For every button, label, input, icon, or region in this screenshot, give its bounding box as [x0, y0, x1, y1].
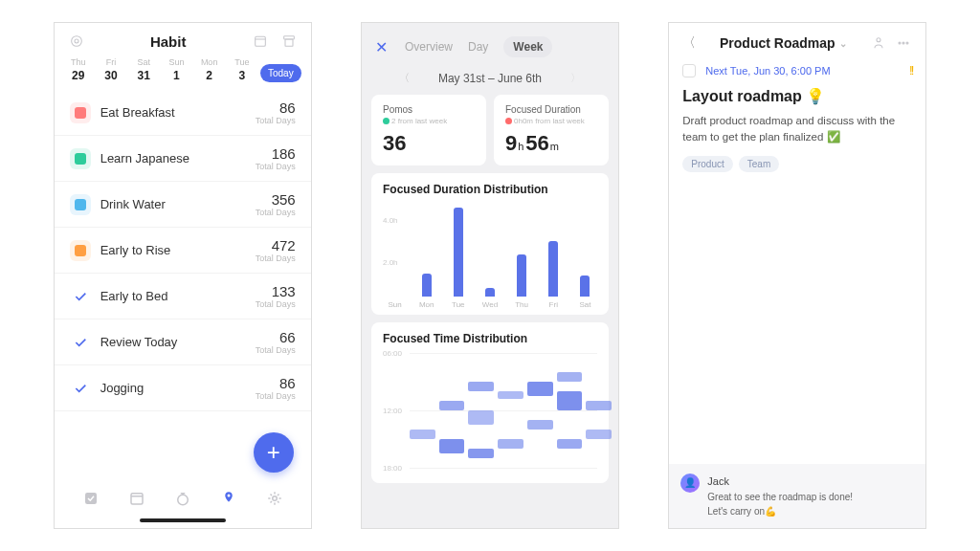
tag[interactable]: Product [682, 156, 732, 172]
time-label: 12:00 [383, 407, 402, 415]
target-icon[interactable] [68, 33, 85, 50]
list-title[interactable]: Product Roadmap ⌄ [703, 35, 862, 51]
habit-title: Early to Rise [100, 243, 256, 257]
habit-count: 356Total Days [256, 191, 296, 217]
due-date[interactable]: Next Tue, Jun 30, 6:00 PM [705, 65, 900, 77]
check-icon [70, 332, 91, 353]
day-column[interactable]: Tue3 [228, 57, 256, 82]
task-detail-screen: 〈 Product Roadmap ⌄ Next Tue, Jun 30, 6:… [668, 22, 926, 529]
habit-row[interactable]: Review Today 66Total Days [55, 320, 311, 365]
range-label: May 31st – June 6th [438, 72, 542, 85]
tab-settings-icon[interactable] [266, 490, 283, 511]
day-column[interactable]: Mon2 [195, 57, 224, 82]
add-habit-button[interactable]: + [254, 432, 294, 473]
habit-row[interactable]: Early to Bed 133Total Days [55, 274, 311, 320]
svg-point-9 [272, 496, 277, 501]
range-tab[interactable]: Overview [405, 40, 453, 54]
svg-rect-6 [131, 494, 143, 504]
avatar: 👤 [680, 474, 700, 493]
tab-habit-icon[interactable] [220, 490, 237, 511]
heat-cell [498, 439, 523, 449]
bar-column: Fri [544, 241, 564, 309]
svg-rect-2 [255, 36, 265, 46]
habit-icon [70, 194, 91, 215]
card-delta: 0h0m from last week [505, 117, 597, 125]
heat-cell [586, 430, 612, 439]
bar-column: Thu [512, 254, 532, 309]
delta-down-icon [505, 118, 512, 124]
week-row: Thu29Fri30Sat31Sun1Mon2Tue3Today [55, 55, 311, 90]
svg-point-8 [227, 495, 230, 497]
tab-tasks-icon[interactable] [82, 490, 100, 511]
habit-title: Early to Bed [100, 289, 256, 303]
habit-row[interactable]: Drink Water 356Total Days [55, 182, 311, 228]
task-meta: Next Tue, Jun 30, 6:00 PM !! [669, 59, 925, 87]
stats-header: ✕ OverviewDayWeek [362, 23, 618, 67]
duration-card: Focused Duration 0h0m from last week 9h5… [494, 95, 609, 165]
heat-cell [557, 391, 583, 410]
prev-range-button[interactable]: 〈 [399, 71, 410, 85]
svg-point-1 [75, 39, 78, 43]
today-button[interactable]: Today [260, 64, 301, 82]
habit-row[interactable]: Jogging 86Total Days [55, 365, 311, 411]
time-label: 06:00 [383, 349, 402, 358]
day-column[interactable]: Fri30 [97, 57, 125, 82]
chart-title: Focused Duration Distribution [383, 183, 597, 196]
task-checkbox[interactable] [682, 64, 696, 77]
calendar-icon[interactable] [252, 33, 269, 50]
range-tab[interactable]: Week [503, 36, 552, 57]
priority-flag[interactable]: !! [909, 63, 912, 77]
heat-cell [439, 401, 465, 410]
svg-point-13 [906, 42, 908, 44]
tab-calendar-icon[interactable] [128, 490, 145, 511]
bar-chart: 4.0h 2.0h SunMonTueWedThuFriSat [383, 204, 597, 309]
range-tab[interactable]: Day [468, 40, 488, 54]
duration-distribution-card: Focused Duration Distribution 4.0h 2.0h … [371, 173, 609, 315]
back-icon[interactable]: 〈 [682, 34, 696, 52]
task-title[interactable]: Layout roadmap 💡 [682, 87, 912, 105]
close-icon[interactable]: ✕ [375, 38, 388, 56]
heat-cell [586, 401, 612, 410]
habit-row[interactable]: Learn Japanese 186Total Days [55, 136, 311, 182]
next-range-button[interactable]: 〉 [570, 71, 581, 85]
heat-cell [410, 430, 435, 439]
svg-point-0 [71, 36, 81, 47]
tag[interactable]: Team [739, 156, 779, 172]
habit-icon [70, 102, 91, 123]
habit-title: Drink Water [100, 197, 256, 211]
y-tick: 4.0h [383, 216, 398, 225]
card-delta: 2 from last week [383, 117, 475, 125]
habit-count: 186Total Days [256, 145, 296, 171]
tab-pomo-icon[interactable] [174, 490, 191, 511]
check-icon [70, 286, 91, 307]
habit-icon [70, 148, 91, 169]
lightbulb-icon: 💡 [806, 88, 825, 104]
archive-icon[interactable] [280, 33, 298, 50]
habit-row[interactable]: Eat Breakfast 86Total Days [55, 90, 311, 136]
more-icon[interactable] [895, 34, 912, 52]
y-tick: 2.0h [383, 258, 398, 267]
check-icon [70, 378, 91, 399]
habit-screen: Habit Thu29Fri30Sat31Sun1Mon2Tue3Today E… [54, 22, 312, 529]
day-column[interactable]: Sat31 [129, 57, 158, 82]
heat-cell [468, 382, 494, 391]
bar-column: Mon [416, 274, 436, 309]
card-value: 36 [383, 131, 475, 156]
habit-row[interactable]: Early to Rise 472Total Days [55, 228, 311, 274]
commenter-name: Jack [707, 474, 853, 490]
chevron-down-icon: ⌄ [839, 38, 847, 49]
habit-count: 133Total Days [256, 283, 296, 309]
time-label: 18:00 [383, 464, 402, 473]
summary-cards: Pomos 2 from last week 36 Focused Durati… [362, 95, 618, 165]
habit-count: 66Total Days [256, 329, 296, 355]
day-column[interactable]: Thu29 [64, 57, 93, 82]
share-icon[interactable] [870, 34, 887, 52]
habit-title: Eat Breakfast [100, 105, 256, 120]
heat-cell [527, 382, 553, 396]
heat-cell [557, 372, 583, 382]
comment-text: Jack Great to see the roadmap is done! L… [707, 474, 853, 519]
svg-point-11 [899, 42, 901, 44]
day-column[interactable]: Sun1 [162, 57, 190, 82]
task-description[interactable]: Draft product roadmap and discuss with t… [682, 113, 912, 146]
tag-list: ProductTeam [682, 156, 912, 172]
